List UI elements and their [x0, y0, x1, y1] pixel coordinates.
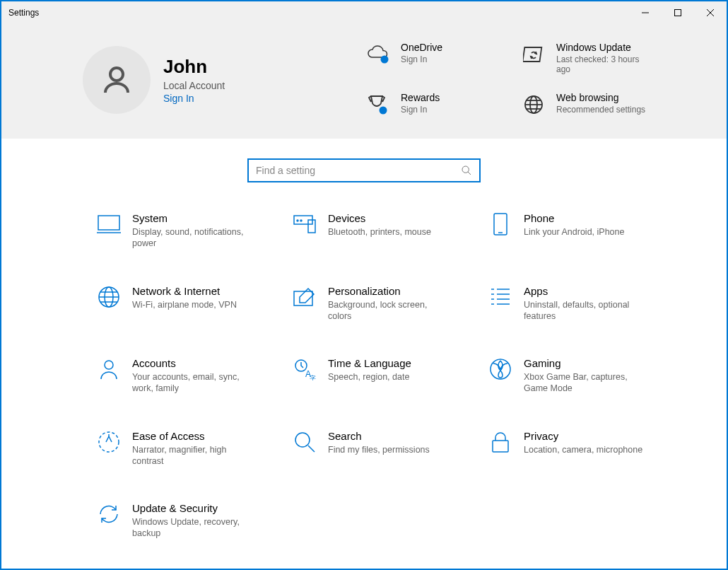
category-title: Update & Security: [132, 502, 252, 514]
category-system[interactable]: System Display, sound, notifications, po…: [97, 212, 278, 250]
quick-links: OneDrive Sign In Windows Update Last che…: [365, 42, 648, 117]
svg-rect-15: [98, 216, 119, 230]
category-sub: Location, camera, microphone: [524, 444, 642, 455]
rewards-icon: [365, 92, 391, 117]
category-time[interactable]: A字 Time & Language Speech, region, date: [293, 357, 474, 395]
category-sub: Background, lock screen, colors: [328, 299, 448, 322]
svg-line-44: [308, 446, 315, 452]
category-accounts[interactable]: Accounts Your accounts, email, sync, wor…: [97, 357, 278, 395]
category-gaming[interactable]: Gaming Xbox Game Bar, captures, Game Mod…: [488, 357, 670, 395]
globe-icon: [521, 92, 546, 117]
category-sub: Xbox Game Bar, captures, Game Mode: [524, 371, 644, 395]
category-sub: Uninstall, defaults, optional features: [524, 299, 644, 322]
svg-rect-21: [494, 214, 507, 235]
category-sub: Display, sound, notifications, power: [132, 226, 252, 250]
account-type: Local Account: [163, 80, 225, 91]
category-title: Gaming: [524, 357, 644, 369]
category-title: Phone: [524, 212, 624, 224]
quick-rewards[interactable]: Rewards Sign In: [365, 92, 493, 117]
devices-icon: [293, 212, 317, 236]
categories-grid: System Display, sound, notifications, po…: [1, 198, 727, 561]
svg-point-37: [105, 361, 113, 369]
titlebar: Settings: [1, 1, 727, 24]
category-title: Search: [328, 430, 430, 442]
personalization-icon: [293, 285, 317, 309]
quick-title: Rewards: [401, 92, 440, 103]
category-apps[interactable]: Apps Uninstall, defaults, optional featu…: [488, 285, 670, 322]
ease-icon: [97, 430, 121, 454]
category-title: System: [132, 212, 252, 224]
phone-icon: [488, 212, 512, 236]
category-title: Network & Internet: [132, 285, 237, 297]
svg-point-20: [300, 220, 302, 221]
search-category-icon: [293, 430, 317, 454]
quick-title: OneDrive: [401, 42, 442, 53]
gaming-icon: [488, 357, 512, 381]
minimize-button[interactable]: [629, 1, 662, 24]
category-privacy[interactable]: Privacy Location, camera, microphone: [488, 430, 670, 467]
svg-rect-18: [308, 220, 315, 233]
header: John Local Account Sign In OneDrive Sign…: [1, 24, 727, 139]
category-sub: Link your Android, iPhone: [524, 226, 624, 238]
user-block[interactable]: John Local Account Sign In: [83, 42, 330, 117]
update-icon: [521, 42, 546, 67]
window-title: Settings: [8, 8, 39, 18]
quick-sub: Sign In: [401, 105, 440, 115]
svg-point-43: [295, 433, 310, 447]
close-button[interactable]: [694, 1, 727, 24]
quick-title: Web browsing: [556, 92, 645, 103]
system-icon: [97, 212, 121, 236]
category-title: Personalization: [328, 285, 448, 297]
quick-title: Windows Update: [556, 42, 648, 53]
category-ease-of-access[interactable]: Ease of Access Narrator, magnifier, high…: [97, 430, 278, 467]
time-icon: A字: [293, 357, 317, 381]
svg-point-19: [297, 220, 298, 221]
maximize-button[interactable]: [662, 1, 694, 24]
quick-sub: Sign In: [401, 54, 442, 64]
avatar: [83, 46, 151, 114]
category-sub: Your accounts, email, sync, work, family: [132, 371, 252, 395]
quick-windows-update[interactable]: Windows Update Last checked: 3 hours ago: [521, 42, 648, 74]
onedrive-icon: [365, 42, 391, 67]
user-text: John Local Account Sign In: [163, 56, 225, 104]
svg-point-7: [380, 107, 387, 115]
category-sub: Bluetooth, printers, mouse: [328, 226, 431, 238]
category-title: Devices: [328, 212, 431, 224]
svg-point-5: [381, 56, 389, 64]
apps-icon: [488, 285, 512, 309]
category-search[interactable]: Search Find my files, permissions: [293, 430, 474, 467]
svg-rect-6: [523, 47, 541, 62]
svg-rect-1: [675, 10, 681, 16]
search-box[interactable]: [247, 158, 481, 182]
svg-line-14: [468, 172, 471, 175]
signin-link[interactable]: Sign In: [163, 93, 225, 104]
category-sub: Narrator, magnifier, high contrast: [132, 444, 252, 467]
category-sub: Find my files, permissions: [328, 444, 430, 455]
category-title: Ease of Access: [132, 430, 252, 442]
svg-point-4: [110, 68, 123, 81]
category-sub: Wi-Fi, airplane mode, VPN: [132, 299, 237, 310]
user-name: John: [163, 56, 225, 78]
quick-onedrive[interactable]: OneDrive Sign In: [365, 42, 493, 74]
search-wrap: [1, 139, 727, 198]
category-title: Time & Language: [328, 357, 411, 369]
network-icon: [97, 285, 121, 309]
svg-rect-45: [493, 441, 508, 452]
privacy-icon: [488, 430, 512, 454]
category-personalization[interactable]: Personalization Background, lock screen,…: [293, 285, 474, 322]
category-network[interactable]: Network & Internet Wi-Fi, airplane mode,…: [97, 285, 278, 322]
category-sub: Windows Update, recovery, backup: [132, 516, 252, 540]
quick-web-browsing[interactable]: Web browsing Recommended settings: [521, 92, 648, 117]
search-input[interactable]: [256, 165, 461, 176]
category-update-security[interactable]: Update & Security Windows Update, recove…: [97, 502, 278, 540]
category-title: Accounts: [132, 357, 252, 369]
category-phone[interactable]: Phone Link your Android, iPhone: [488, 212, 670, 250]
window-controls: [629, 1, 727, 24]
search-icon: [461, 165, 472, 176]
update-security-icon: [97, 502, 121, 526]
category-title: Apps: [524, 285, 644, 297]
quick-sub: Last checked: 3 hours ago: [556, 54, 648, 74]
accounts-icon: [97, 357, 121, 381]
category-devices[interactable]: Devices Bluetooth, printers, mouse: [293, 212, 474, 250]
category-sub: Speech, region, date: [328, 371, 411, 383]
